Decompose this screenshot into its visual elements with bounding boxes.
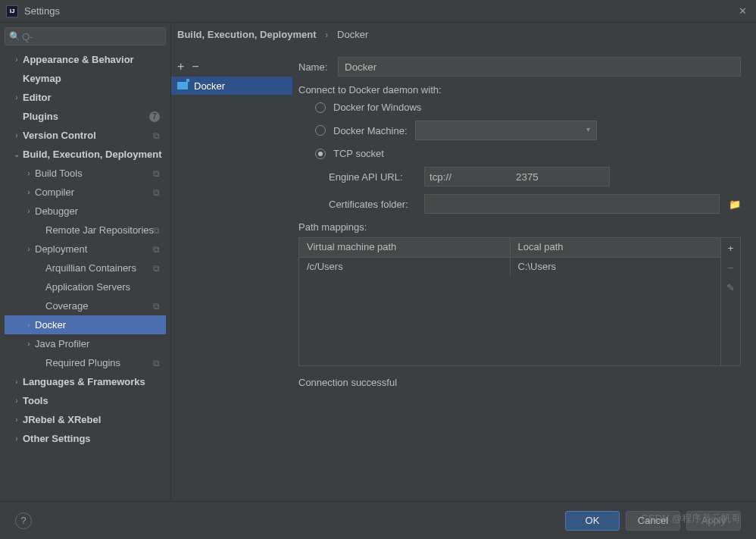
radio-icon	[315, 125, 326, 136]
sidebar-item-build-tools[interactable]: Build Tools⧉	[5, 164, 166, 183]
remove-icon[interactable]: −	[192, 60, 198, 74]
connection-status: Connection successful	[298, 377, 741, 388]
add-icon[interactable]: +	[177, 60, 184, 74]
sidebar-item-docker[interactable]: Docker	[5, 315, 166, 334]
sidebar-item-label: Version Control	[23, 130, 163, 141]
radio-docker-windows[interactable]: Docker for Windows	[315, 102, 741, 113]
sidebar-item-build-execution-deployment[interactable]: Build, Execution, Deployment	[5, 145, 166, 164]
cancel-button[interactable]: Cancel	[626, 511, 680, 531]
add-mapping-icon[interactable]: +	[721, 238, 740, 258]
chevron-icon	[23, 207, 35, 215]
scope-icon: ⧉	[153, 358, 160, 368]
connect-label: Connect to Docker daemon with:	[298, 84, 741, 96]
table-row[interactable]: /c/UsersC:\Users	[299, 258, 720, 276]
chevron-icon	[23, 321, 35, 329]
sidebar-item-editor[interactable]: Editor	[5, 88, 166, 107]
mappings-label: Path mappings:	[298, 221, 741, 233]
chevron-icon	[23, 340, 35, 348]
chevron-icon	[11, 55, 23, 64]
col-local-path[interactable]: Local path	[511, 238, 721, 257]
radio-docker-machine[interactable]: Docker Machine:	[315, 121, 741, 140]
engine-url-input[interactable]	[424, 167, 610, 186]
chevron-icon	[11, 434, 23, 443]
help-icon[interactable]: ?	[15, 512, 32, 529]
sidebar-item-label: Required Plugins	[45, 357, 163, 368]
sidebar-item-label: Arquillian Containers	[45, 262, 163, 274]
sidebar-item-deployment[interactable]: Deployment⧉	[5, 240, 166, 259]
chevron-icon	[11, 378, 23, 386]
sidebar-item-label: Plugins	[23, 111, 163, 122]
chevron-icon	[11, 415, 23, 424]
certificates-label: Certificates folder:	[329, 199, 418, 210]
certificates-input[interactable]	[424, 194, 720, 214]
radio-tcp-socket[interactable]: TCP socket	[315, 148, 741, 159]
folder-icon[interactable]: 📁	[729, 199, 741, 210]
sidebar-item-other-settings[interactable]: Other Settings	[5, 429, 166, 448]
sidebar-item-remote-jar-repositories[interactable]: Remote Jar Repositories⧉	[5, 221, 166, 240]
sidebar-item-label: Keymap	[23, 73, 163, 84]
profiles-list: + − Docker	[171, 51, 292, 500]
machine-combo[interactable]	[415, 121, 597, 140]
scope-icon: ⧉	[153, 301, 160, 312]
engine-url-label: Engine API URL:	[329, 171, 418, 183]
chevron-icon	[23, 245, 35, 253]
sidebar-item-label: Appearance & Behavior	[23, 54, 163, 65]
breadcrumb-parent[interactable]: Build, Execution, Deployment	[177, 29, 316, 40]
detail-panel: Name: Connect to Docker daemon with: Doc…	[292, 51, 756, 500]
sidebar-item-keymap[interactable]: Keymap	[5, 69, 166, 88]
sidebar-item-label: JRebel & XRebel	[23, 414, 163, 425]
list-item-docker[interactable]: Docker	[171, 77, 292, 95]
sidebar-item-label: Deployment	[35, 243, 163, 255]
sidebar-item-label: Docker	[35, 319, 163, 331]
radio-icon	[315, 102, 326, 113]
sidebar-item-languages-frameworks[interactable]: Languages & Frameworks	[5, 372, 166, 391]
sidebar-item-version-control[interactable]: Version Control⧉	[5, 126, 166, 145]
sidebar-item-compiler[interactable]: Compiler⧉	[5, 183, 166, 202]
sidebar-item-label: Compiler	[35, 186, 163, 198]
app-icon: IJ	[6, 5, 18, 17]
search-input[interactable]	[5, 27, 166, 45]
apply-button[interactable]: Apply	[686, 511, 741, 531]
ok-button[interactable]: OK	[565, 511, 620, 531]
sidebar-item-label: Languages & Frameworks	[23, 376, 163, 387]
breadcrumb: Build, Execution, Deployment › Docker	[171, 23, 756, 43]
scope-icon: ⧉	[153, 130, 160, 141]
sidebar-item-plugins[interactable]: Plugins7	[5, 107, 166, 126]
sidebar: 🔍 Appearance & BehaviorKeymapEditorPlugi…	[0, 23, 171, 500]
sidebar-item-arquillian-containers[interactable]: Arquillian Containers⧉	[5, 259, 166, 277]
docker-icon	[177, 82, 188, 89]
sidebar-item-label: Editor	[23, 92, 163, 103]
scope-icon: ⧉	[153, 225, 160, 236]
scope-icon: ⧉	[153, 187, 160, 198]
col-vm-path[interactable]: Virtual machine path	[299, 238, 511, 257]
sidebar-item-label: Remote Jar Repositories	[45, 224, 163, 236]
settings-tree: Appearance & BehaviorKeymapEditorPlugins…	[5, 50, 166, 500]
sidebar-item-appearance-behavior[interactable]: Appearance & Behavior	[5, 50, 166, 69]
remove-mapping-icon[interactable]: −	[721, 258, 740, 277]
sidebar-item-required-plugins[interactable]: Required Plugins⧉	[5, 353, 166, 372]
sidebar-item-tools[interactable]: Tools	[5, 391, 166, 410]
mappings-table: Virtual machine path Local path /c/Users…	[298, 237, 721, 366]
sidebar-item-jrebel-xrebel[interactable]: JRebel & XRebel	[5, 410, 166, 429]
sidebar-item-application-servers[interactable]: Application Servers	[5, 277, 166, 296]
scope-icon: ⧉	[153, 168, 160, 179]
chevron-icon	[11, 396, 23, 405]
chevron-icon	[23, 188, 35, 196]
counter-badge: 7	[149, 111, 160, 122]
name-input[interactable]	[338, 57, 741, 77]
name-label: Name:	[298, 61, 338, 73]
sidebar-item-debugger[interactable]: Debugger	[5, 202, 166, 221]
sidebar-item-label: Coverage	[45, 300, 163, 312]
sidebar-item-coverage[interactable]: Coverage⧉	[5, 296, 166, 315]
sidebar-item-label: Debugger	[35, 205, 163, 217]
scope-icon: ⧉	[153, 263, 160, 274]
titlebar: IJ Settings ✕	[0, 0, 756, 23]
chevron-icon	[11, 131, 23, 139]
sidebar-item-label: Other Settings	[23, 433, 163, 444]
radio-icon	[315, 149, 326, 159]
sidebar-item-label: Java Profiler	[35, 338, 163, 349]
sidebar-item-label: Build Tools	[35, 168, 163, 179]
sidebar-item-java-profiler[interactable]: Java Profiler	[5, 334, 166, 353]
close-icon[interactable]: ✕	[735, 5, 750, 17]
edit-mapping-icon[interactable]: ✎	[721, 277, 740, 297]
